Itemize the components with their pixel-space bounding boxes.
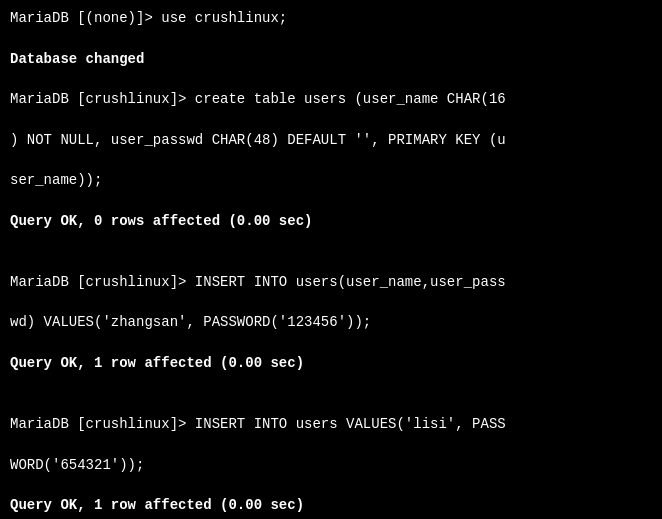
terminal-line: WORD('654321')); — [10, 455, 652, 475]
terminal-line: ) NOT NULL, user_passwd CHAR(48) DEFAULT… — [10, 130, 652, 150]
terminal-line: MariaDB [crushlinux]> INSERT INTO users(… — [10, 272, 652, 292]
terminal-line: MariaDB [crushlinux]> create table users… — [10, 89, 652, 109]
terminal-window: MariaDB [(none)]> use crushlinux; Databa… — [0, 0, 662, 519]
terminal-line: MariaDB [crushlinux]> INSERT INTO users … — [10, 414, 652, 434]
terminal-content: MariaDB [(none)]> use crushlinux; Databa… — [10, 8, 652, 519]
terminal-line: wd) VALUES('zhangsan', PASSWORD('123456'… — [10, 312, 652, 332]
terminal-line: ser_name)); — [10, 170, 652, 190]
terminal-line: MariaDB [(none)]> use crushlinux; — [10, 8, 652, 28]
terminal-line: Query OK, 0 rows affected (0.00 sec) — [10, 211, 652, 231]
terminal-line: Query OK, 1 row affected (0.00 sec) — [10, 495, 652, 515]
terminal-line: Database changed — [10, 49, 652, 69]
terminal-line: Query OK, 1 row affected (0.00 sec) — [10, 353, 652, 373]
